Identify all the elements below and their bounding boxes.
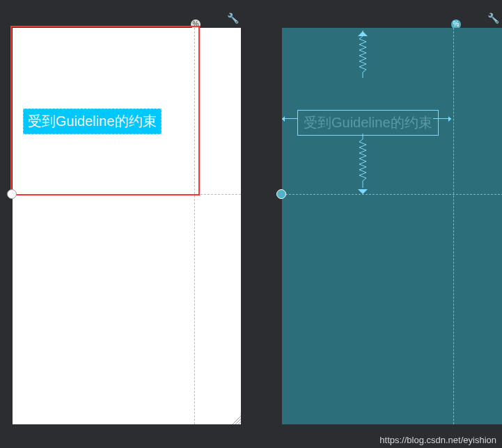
constraint-top-spring xyxy=(359,31,367,81)
vertical-guideline-bp[interactable] xyxy=(453,28,454,424)
textview-label-bp: 受到Guideline的约束 xyxy=(304,115,432,130)
blueprint-surface[interactable]: 受到Guideline的约束 xyxy=(282,28,502,424)
constraint-right-arrow xyxy=(433,118,451,119)
hguideline-handle-right[interactable] xyxy=(276,189,286,199)
watermark-text: https://blog.csdn.net/eyishion xyxy=(379,435,496,445)
design-surface[interactable]: 受到Guideline的约束 xyxy=(13,28,241,424)
constraint-left-arrow xyxy=(282,118,297,119)
constraint-bottom-spring xyxy=(359,134,367,193)
constraint-bottom-arrowhead xyxy=(358,189,368,199)
view-options-icon-right[interactable]: 🔧 xyxy=(487,13,499,24)
hguideline-handle-left[interactable] xyxy=(7,189,17,199)
resize-grip-icon-bp[interactable] xyxy=(499,413,502,424)
view-options-icon-left[interactable]: 🔧 xyxy=(227,13,239,24)
textview-widget[interactable]: 受到Guideline的约束 xyxy=(23,109,162,134)
textview-widget-bp[interactable]: 受到Guideline的约束 xyxy=(297,110,439,136)
resize-grip-icon[interactable] xyxy=(230,413,241,424)
horizontal-guideline-bp[interactable] xyxy=(282,194,502,195)
textview-label: 受到Guideline的约束 xyxy=(28,113,157,129)
